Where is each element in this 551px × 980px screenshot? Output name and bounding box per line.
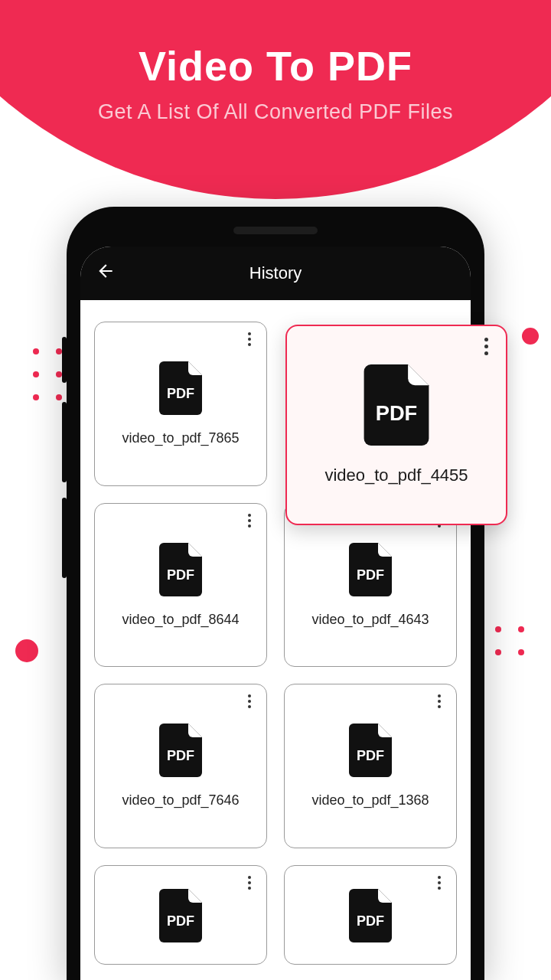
- pdf-card[interactable]: video_to_pdf_8644: [94, 503, 267, 668]
- pdf-card[interactable]: video_to_pdf_7865: [94, 322, 267, 486]
- file-name: video_to_pdf_4455: [324, 466, 468, 485]
- file-name: video_to_pdf_4643: [311, 612, 429, 628]
- pdf-card[interactable]: video_to_pdf_1368: [284, 684, 457, 848]
- screen-title: History: [80, 263, 471, 283]
- pdf-file-icon: [349, 543, 392, 596]
- pdf-card[interactable]: [94, 865, 267, 965]
- pdf-file-icon: [349, 889, 392, 942]
- featured-pdf-card[interactable]: video_to_pdf_4455: [285, 325, 507, 525]
- pdf-file-icon: [349, 724, 392, 777]
- back-button[interactable]: [96, 261, 116, 286]
- card-menu-button[interactable]: [240, 692, 259, 710]
- phone-side-button: [62, 402, 67, 482]
- pdf-card[interactable]: video_to_pdf_7646: [94, 684, 267, 848]
- hero-title: Video To PDF: [0, 42, 551, 90]
- file-name: video_to_pdf_8644: [122, 612, 239, 628]
- pdf-file-icon: [364, 364, 429, 446]
- hero-subtitle: Get A List Of All Converted PDF Files: [0, 100, 551, 124]
- phone-side-button: [62, 337, 67, 383]
- decor-dot-left: [15, 639, 38, 662]
- card-menu-button[interactable]: [240, 874, 259, 892]
- phone-frame: History video_to_pdf_7865: [67, 207, 484, 980]
- pdf-file-icon: [159, 889, 202, 942]
- pdf-file-icon: [159, 361, 202, 415]
- file-name: video_to_pdf_1368: [311, 792, 429, 808]
- card-menu-button[interactable]: [240, 511, 259, 530]
- pdf-card[interactable]: [284, 865, 457, 965]
- file-name: video_to_pdf_7646: [122, 792, 239, 808]
- card-menu-button[interactable]: [477, 337, 495, 355]
- phone-speaker: [233, 227, 318, 234]
- app-bar: History: [80, 247, 471, 300]
- card-menu-button[interactable]: [240, 330, 259, 348]
- pdf-card[interactable]: video_to_pdf_4643: [284, 503, 457, 668]
- card-menu-button[interactable]: [430, 692, 448, 710]
- card-menu-button[interactable]: [430, 874, 448, 892]
- decor-dot-right: [522, 328, 539, 345]
- file-name: video_to_pdf_7865: [122, 430, 239, 446]
- phone-side-button: [62, 498, 67, 578]
- pdf-file-icon: [159, 724, 202, 777]
- pdf-file-icon: [159, 543, 202, 596]
